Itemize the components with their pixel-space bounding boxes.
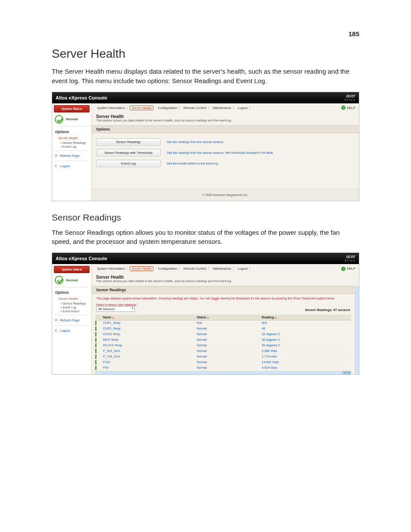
- sidebar-options-heading: Options: [52, 128, 91, 135]
- help-icon: ?: [341, 267, 346, 271]
- table-row[interactable]: P5VNormal4.924 Volts: [95, 365, 351, 370]
- status-bar-icon: [95, 332, 97, 336]
- status-bar-icon: [95, 349, 97, 353]
- acer-logo: acer: [346, 94, 355, 98]
- cell-reading: 14.442 Volts: [259, 359, 351, 365]
- status-bar-icon: [95, 338, 97, 342]
- status-bar-icon: [95, 366, 97, 370]
- cell-name: CUP1_Temp: [100, 320, 194, 326]
- logout-icon: ⎋: [55, 164, 57, 168]
- table-row[interactable]: CUP2_TempNormal49: [95, 326, 351, 331]
- cell-name: P12V: [100, 359, 194, 365]
- status-bar-icon: [95, 360, 97, 364]
- scroll-right-icon[interactable]: ▸: [347, 371, 351, 374]
- cell-name: ICH10 Temp: [100, 331, 194, 337]
- cell-status: Normal: [194, 331, 259, 337]
- table-row[interactable]: ICH10 TempNormal33 degrees C: [95, 331, 351, 337]
- cell-reading: 33 degrees C: [259, 331, 351, 337]
- sidebar-logout[interactable]: ⎋Logout: [52, 327, 91, 334]
- sensor-count: Sensor Readings: 97 sensors: [305, 308, 350, 312]
- refresh-icon: ⟳: [55, 318, 58, 322]
- sidebar-sub-event-log[interactable]: Event Log: [52, 305, 91, 309]
- scroll-left-icon[interactable]: ◂: [342, 371, 347, 374]
- status-bar-icon: [95, 321, 97, 325]
- tab-logout[interactable]: Logout: [236, 267, 250, 271]
- cell-reading: 49: [259, 326, 351, 331]
- sidebar-item-server-health[interactable]: Server Health: [52, 135, 91, 141]
- sensor-type-select[interactable]: All Sensors: [96, 306, 135, 312]
- button-sensor-readings-thresholds[interactable]: Sensor Readings with Thresholds: [96, 149, 161, 156]
- sidebar-sub-event-log[interactable]: Event Log: [52, 145, 91, 149]
- sort-icon: ▴: [112, 316, 114, 319]
- tab-remote-control[interactable]: Remote Control: [182, 267, 209, 271]
- tab-maintenance[interactable]: Maintenance: [211, 267, 234, 271]
- tab-server-health[interactable]: Server Health: [130, 106, 154, 110]
- col-status[interactable]: Status ▴: [194, 314, 259, 320]
- sidebar: System Status Normal Options Server Heal…: [52, 264, 92, 374]
- altos-logo: Altos: [344, 98, 355, 102]
- horizontal-scrollbar[interactable]: ◂▸: [95, 371, 351, 374]
- cell-reading: 3.286 Volts: [259, 348, 351, 354]
- cell-status: Normal: [194, 342, 259, 348]
- sidebar-system-status[interactable]: System Status: [54, 105, 90, 112]
- sidebar: System Status Normal Options Server Heal…: [52, 103, 92, 201]
- cell-status: Normal: [194, 348, 259, 354]
- cell-reading: N/A: [259, 320, 351, 326]
- console-title: Altos eXpress Console: [56, 256, 107, 261]
- tab-configuration[interactable]: Configuration: [156, 267, 179, 271]
- console-title: Altos eXpress Console: [56, 95, 107, 100]
- section-title: Server Health: [96, 275, 355, 280]
- sidebar-sub-sensor-readings[interactable]: Sensor Readings: [52, 302, 91, 305]
- cell-status: Normal: [194, 337, 259, 342]
- sidebar-system-status[interactable]: System Status: [54, 266, 90, 273]
- table-row[interactable]: CUP1_TempN/AN/A: [95, 320, 351, 326]
- screenshot-server-health: Altos eXpress Console acer Altos System …: [52, 92, 359, 201]
- refresh-icon: ⟳: [55, 154, 58, 158]
- button-sensor-readings[interactable]: Sensor Readings: [96, 138, 161, 146]
- tab-maintenance[interactable]: Maintenance: [211, 106, 234, 110]
- logout-icon: ⎋: [55, 329, 57, 333]
- table-row[interactable]: MCH TempNormal30 degrees C: [95, 337, 351, 342]
- col-name[interactable]: Name ▴: [100, 314, 194, 320]
- sidebar-sub-event-action[interactable]: Event Action: [52, 309, 91, 313]
- table-row[interactable]: P_3V3_AUXNormal3.286 Volts: [95, 348, 351, 354]
- heading-server-health: Server Health: [52, 47, 359, 61]
- cell-name: P5V: [100, 365, 194, 370]
- tab-system-information[interactable]: System Information: [95, 106, 127, 110]
- cell-reading: 30 degrees C: [259, 342, 351, 348]
- tab-system-information[interactable]: System Information: [95, 267, 127, 271]
- panel-sensor-readings: Sensor Readings: [92, 286, 355, 294]
- help-link[interactable]: ? HELP: [341, 106, 355, 110]
- table-row[interactable]: PILOT2 TempNormal30 degrees C: [95, 342, 351, 348]
- sensor-select-label: Select a sensor type category:: [96, 303, 137, 306]
- help-link[interactable]: ? HELP: [341, 267, 355, 271]
- sidebar-logout[interactable]: ⎋Logout: [52, 163, 91, 169]
- col-reading[interactable]: Reading ▴: [259, 314, 351, 320]
- status-bar-icon: [95, 343, 97, 348]
- sidebar-refresh-page[interactable]: ⟳Refresh Page: [52, 317, 91, 324]
- table-row[interactable]: P_1V8_AUXNormal1.773 Volts: [95, 354, 351, 359]
- sidebar-item-server-health[interactable]: Server Health: [52, 296, 91, 302]
- screenshot-sensor-readings: Altos eXpress Console acer Altos System …: [52, 252, 359, 375]
- cell-status: Normal: [194, 326, 259, 331]
- cell-name: CUP2_Temp: [100, 326, 194, 331]
- status-bar-icon: [95, 327, 97, 331]
- help-icon: ?: [341, 106, 346, 110]
- tab-remote-control[interactable]: Remote Control: [182, 106, 209, 110]
- console-footer: © 2009 American Megatrends Inc.: [92, 189, 359, 201]
- brand-logo: acer Altos: [344, 94, 355, 102]
- cell-reading: 30 degrees C: [259, 337, 351, 342]
- cell-name: PILOT2 Temp: [100, 342, 194, 348]
- acer-logo: acer: [346, 255, 355, 258]
- desc-event-log: See the events written to the event log: [167, 162, 218, 165]
- status-normal: Normal: [66, 117, 78, 121]
- table-row[interactable]: P12VNormal14.442 Volts: [95, 359, 351, 365]
- button-event-log[interactable]: Event Log: [96, 160, 161, 167]
- sidebar-sub-sensor-readings[interactable]: Sensor Readings: [52, 141, 91, 145]
- vertical-scrollbar[interactable]: [355, 286, 359, 374]
- tab-logout[interactable]: Logout: [236, 106, 250, 110]
- desc-sensor-readings-thresholds: See the readings from the various sensor…: [167, 151, 273, 154]
- tab-server-health[interactable]: Server Health: [130, 266, 154, 271]
- sidebar-refresh-page[interactable]: ⟳Refresh Page: [52, 152, 91, 159]
- tab-configuration[interactable]: Configuration: [156, 106, 179, 110]
